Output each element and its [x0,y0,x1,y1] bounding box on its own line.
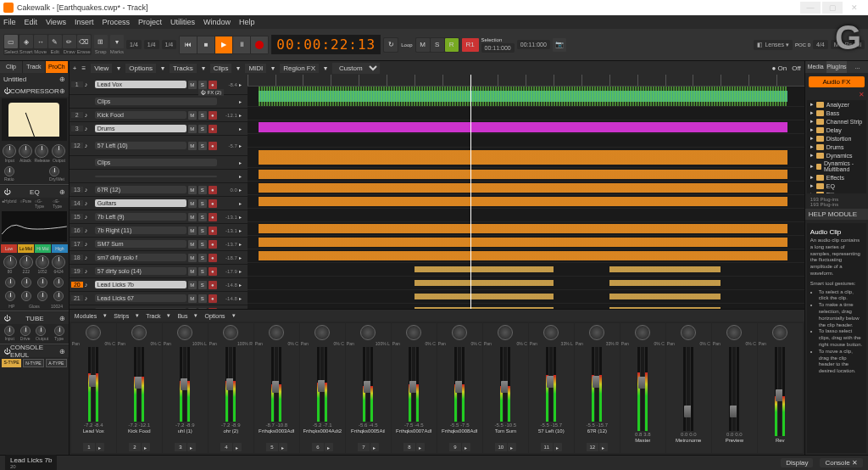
power-icon[interactable]: ⏻ [3,188,10,196]
strip-menu[interactable]: ▸ [416,443,425,451]
browser-tab-media[interactable]: Media [805,61,826,73]
eq-gain-4[interactable] [53,277,64,288]
selection-from[interactable]: 00:11:000 [481,43,515,53]
eq-q-1[interactable] [5,291,15,301]
selection-to[interactable]: 00:11:000 [517,40,550,49]
browser-tab-plugins[interactable]: PlugIns [826,61,848,73]
strip-menu[interactable]: ▸ [599,443,608,451]
track-header[interactable]: 2 ♪ Kick Food MS● -12.1 ▸ [70,109,248,122]
solo-button[interactable]: S [198,125,207,133]
fx-count[interactable]: ⏻ FX (2) [198,89,224,96]
console-ntype[interactable]: N-TYPE [23,359,44,367]
regionfx-menu[interactable]: Region FX [280,64,319,73]
track-header[interactable]: Clips ▸ [70,95,248,109]
strip-name[interactable]: Frthqks0008Adf [442,428,477,442]
mixer-options-menu[interactable]: Options [204,313,225,319]
clip-lane[interactable] [248,277,804,290]
arm-button[interactable]: ● [209,125,217,133]
clip-lane[interactable] [248,290,804,304]
eq-gain-2[interactable] [21,277,31,288]
audio-clip[interactable] [609,266,721,273]
tool-edit[interactable]: ✎ [48,35,62,48]
snap-value-3[interactable]: 1/4 [162,40,177,49]
mute-button[interactable]: M [188,240,197,249]
menu-process[interactable]: Process [102,18,130,26]
expand-arrow-icon[interactable]: ▸ [239,255,246,260]
audio-clip[interactable] [415,294,554,300]
arm-button[interactable]: ● [209,213,217,221]
tool-move[interactable]: ↔ [34,35,47,48]
tool-draw[interactable]: ✏ [63,35,76,48]
track-header[interactable]: 18 ♪ sm7 dirty solo f MS● -18.7 ▸ [70,251,248,265]
audio-clip[interactable] [259,238,787,247]
eq-freq-himid[interactable] [36,255,49,269]
expand-icon[interactable]: ⊕ [59,87,65,95]
eq-band-lomid[interactable]: Lo Mid [18,244,34,253]
track-name[interactable]: Clips [95,98,217,105]
pan-knob[interactable] [681,325,696,340]
expand-arrow-icon[interactable]: ▸ [239,241,246,247]
mute-button[interactable]: M [188,142,197,150]
rec-mode[interactable]: R1 [462,38,479,52]
strip-name[interactable]: Rev [776,438,785,451]
time-sig[interactable]: 4/4 [813,40,828,49]
eq-gain-3[interactable] [37,277,47,288]
pan-knob[interactable] [543,325,559,340]
audio-fx-button[interactable]: Audio FX [809,76,865,87]
pan-knob[interactable] [772,325,787,340]
strip-menu[interactable]: ▸ [554,443,562,451]
expand-arrow-icon[interactable]: ▸ [239,214,246,220]
rewind-button[interactable]: ⏮ [180,36,197,53]
loop-toggle[interactable]: ↻ [384,38,398,52]
solo-button[interactable]: S [198,81,207,89]
track-name[interactable]: Clips [95,159,217,166]
expand-arrow-icon[interactable]: ▸ [239,200,246,206]
browser-item[interactable]: ▸Drums [807,143,866,151]
track-name[interactable]: Lead Vox [95,81,186,88]
power-icon[interactable]: ⏻ [3,87,10,95]
audio-clip[interactable] [259,183,787,193]
clip-lane[interactable] [248,134,804,148]
browser-item[interactable]: ▸Distortion [807,134,866,143]
track-name[interactable] [95,176,217,177]
mute-button[interactable]: M [188,125,197,133]
pan-knob[interactable] [406,325,421,340]
hp-label[interactable]: HP [1,304,23,309]
strip-name[interactable]: Frthqks0003Adf [259,428,294,442]
screenshot-button[interactable]: 📷 [553,38,566,52]
track-menu-button[interactable]: ≡ [81,64,86,72]
track-name[interactable]: 7b Left (9) [95,213,186,221]
arm-button[interactable]: ● [209,111,217,120]
custom-preset[interactable]: Custom [332,63,380,74]
clips-menu[interactable]: Clips [210,64,232,73]
clip-lane[interactable] [248,168,804,182]
strip-menu[interactable]: ▸ [142,443,150,451]
menu-project[interactable]: Project [138,18,162,26]
clip-lane[interactable] [248,236,804,249]
audio-clip[interactable] [259,197,787,206]
browser-item[interactable]: ▸Dynamics - Multiband [807,159,866,173]
track-name[interactable]: Guitars [95,199,186,207]
solo-button[interactable]: S [198,186,207,194]
solo-button[interactable]: S [198,281,207,289]
track-header[interactable]: 14 ♪ Guitars MS● ▸ [70,197,248,210]
mute-button[interactable]: M [188,213,197,221]
track-name[interactable]: 67R (12) [95,186,186,193]
close-button[interactable]: ✕ [844,2,865,14]
pan-knob[interactable] [589,325,604,340]
attack-knob[interactable] [19,144,32,158]
expand-arrow-icon[interactable]: ▸ [239,173,246,179]
expand-arrow-icon[interactable]: ▸ [239,159,246,165]
expand-icon[interactable]: ⊕ [59,348,65,355]
snap-button[interactable]: ⊞ [94,35,108,48]
timeline-ruler[interactable] [248,75,804,87]
menu-help[interactable]: Help [239,18,255,26]
audio-clip[interactable] [259,251,787,260]
maximize-button[interactable]: ▢ [822,2,843,14]
strip-name[interactable]: Frthqks0005Atl [351,428,385,442]
arm-button[interactable]: ● [209,199,217,208]
console-tab[interactable]: Console ✕ [820,458,863,467]
clip-lane[interactable] [248,148,804,168]
pan-knob[interactable] [360,325,376,340]
solo-button[interactable]: S [198,254,207,262]
